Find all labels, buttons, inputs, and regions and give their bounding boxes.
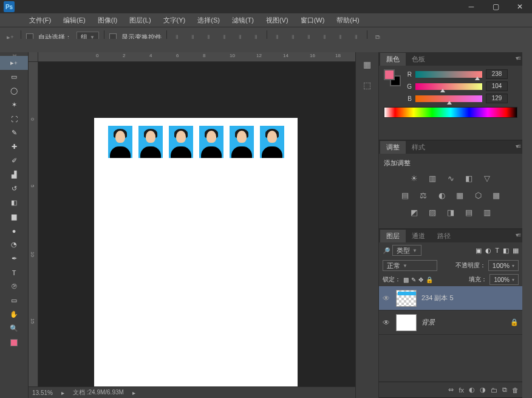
filter-adjust-icon[interactable]: ◐ <box>485 247 491 255</box>
fill-field[interactable]: 100% ▾ <box>489 274 519 285</box>
lock-transparency-icon[interactable]: ▩ <box>403 276 409 283</box>
menu-window[interactable]: 窗口(W) <box>296 15 330 26</box>
menu-edit[interactable]: 编辑(E) <box>58 15 90 26</box>
invert-adj-icon[interactable]: ◩ <box>408 207 420 218</box>
stamp-tool[interactable]: ▟ <box>0 168 28 182</box>
menu-image[interactable]: 图像(I) <box>93 15 122 26</box>
visibility-toggle-icon[interactable]: 👁 <box>383 318 391 327</box>
vibrance-adj-icon[interactable]: ▽ <box>481 173 493 184</box>
new-layer-icon[interactable]: ⧉ <box>502 386 507 394</box>
menu-help[interactable]: 帮助(H) <box>332 15 364 26</box>
eyedropper-tool[interactable]: ✎ <box>0 126 28 140</box>
filter-pixel-icon[interactable]: ▣ <box>476 247 482 255</box>
layer-item[interactable]: 👁 背景 🔒 <box>379 311 522 335</box>
layer-thumbnail[interactable] <box>396 290 417 307</box>
path-select-tool[interactable]: ⧁ <box>0 280 28 293</box>
gradient-tool[interactable]: ▆ <box>0 210 28 224</box>
shape-tool[interactable]: ▭ <box>0 293 28 307</box>
zoom-tool[interactable]: 🔍 <box>0 321 28 335</box>
lock-pixels-icon[interactable]: ✎ <box>411 276 416 283</box>
filter-type-dropdown[interactable]: 类型 ▼ <box>392 245 421 256</box>
layer-name[interactable]: 234 副本 5 <box>421 293 454 303</box>
menu-type[interactable]: 文字(Y) <box>159 15 191 26</box>
tab-adjustments[interactable]: 调整 <box>380 141 406 154</box>
layer-style-icon[interactable]: fx <box>459 386 464 394</box>
g-slider[interactable] <box>415 83 482 90</box>
menu-filter[interactable]: 滤镜(T) <box>227 15 259 26</box>
opacity-field[interactable]: 100% ▾ <box>488 260 519 271</box>
filter-type-icon[interactable]: T <box>495 247 499 255</box>
brightness-adj-icon[interactable]: ☀ <box>408 173 420 184</box>
menu-select[interactable]: 选择(S) <box>193 15 225 26</box>
foreground-color[interactable] <box>384 69 395 80</box>
posterize-adj-icon[interactable]: ▨ <box>426 207 438 218</box>
selective-color-adj-icon[interactable]: ▥ <box>481 207 493 218</box>
filter-smart-icon[interactable]: ▦ <box>513 247 519 255</box>
tab-layers[interactable]: 图层 <box>380 230 406 242</box>
marquee-tool[interactable]: ▭ <box>0 70 28 84</box>
fg-bg-swatches[interactable] <box>384 69 401 86</box>
new-adjustment-icon[interactable]: ◑ <box>480 386 486 394</box>
heal-tool[interactable]: ✚ <box>0 140 28 154</box>
layer-mask-icon[interactable]: ◐ <box>469 386 475 394</box>
blend-mode-dropdown[interactable]: 正常 ▼ <box>383 260 437 271</box>
curves-adj-icon[interactable]: ∿ <box>445 173 457 184</box>
eraser-tool[interactable]: ◧ <box>0 196 28 210</box>
menu-view[interactable]: 视图(V) <box>261 15 293 26</box>
status-arrow-icon[interactable]: ▸ <box>61 389 64 396</box>
brush-tool[interactable]: ✐ <box>0 154 28 168</box>
gradient-map-adj-icon[interactable]: ▤ <box>463 207 475 218</box>
pen-tool[interactable]: ✒ <box>0 252 28 266</box>
blur-tool[interactable]: ● <box>0 224 28 238</box>
b-slider[interactable] <box>415 95 482 102</box>
delete-layer-icon[interactable]: 🗑 <box>512 386 519 394</box>
lock-all-icon[interactable]: 🔒 <box>426 276 433 283</box>
minimize-button[interactable]: ─ <box>459 0 483 13</box>
layer-item[interactable]: 👁 234 副本 5 <box>379 286 522 311</box>
channel-mixer-adj-icon[interactable]: ⬡ <box>472 190 484 201</box>
new-group-icon[interactable]: 🗀 <box>491 386 497 394</box>
hand-tool[interactable]: ✋ <box>0 307 28 321</box>
close-button[interactable]: ✕ <box>508 0 532 13</box>
maximize-button[interactable]: ▢ <box>483 0 508 13</box>
vertical-ruler[interactable]: 0 5 10 15 <box>29 62 38 398</box>
history-brush-tool[interactable]: ↺ <box>0 182 28 196</box>
tab-color[interactable]: 颜色 <box>380 53 406 66</box>
threshold-adj-icon[interactable]: ◨ <box>445 207 457 218</box>
horizontal-ruler[interactable]: 0 2 4 6 8 10 12 14 16 18 <box>29 52 355 62</box>
r-value-field[interactable]: 238 <box>486 69 508 79</box>
levels-adj-icon[interactable]: ▥ <box>426 173 438 184</box>
magic-wand-tool[interactable]: ✶ <box>0 98 28 112</box>
layer-name[interactable]: 背景 <box>421 318 435 327</box>
tab-styles[interactable]: 样式 <box>406 141 431 154</box>
photo-filter-adj-icon[interactable]: ▦ <box>454 190 466 201</box>
tab-channels[interactable]: 通道 <box>406 230 431 242</box>
menu-file[interactable]: 文件(F) <box>24 15 56 26</box>
search-icon[interactable]: 🔎 <box>383 247 390 254</box>
b-value-field[interactable]: 129 <box>486 94 508 103</box>
color-balance-adj-icon[interactable]: ⚖ <box>417 190 429 201</box>
document-canvas[interactable] <box>94 118 298 398</box>
tab-swatches[interactable]: 色板 <box>406 53 431 66</box>
spectrum-ramp[interactable] <box>384 107 517 118</box>
bw-adj-icon[interactable]: ◐ <box>435 190 448 201</box>
menu-layer[interactable]: 图层(L) <box>124 15 155 26</box>
histogram-icon[interactable]: ▦ <box>360 57 375 72</box>
tab-paths[interactable]: 路径 <box>431 230 457 242</box>
crop-tool[interactable]: ⛶ <box>0 112 28 126</box>
move-tool[interactable]: ▸+ <box>0 56 28 70</box>
dodge-tool[interactable]: ◔ <box>0 238 28 252</box>
link-layers-icon[interactable]: ⇔ <box>448 386 454 394</box>
type-tool[interactable]: T <box>0 266 28 280</box>
foreground-swatch[interactable] <box>0 335 28 349</box>
panel-menu-icon[interactable]: ▾≡ <box>516 232 520 238</box>
status-arrow-icon[interactable]: ▸ <box>132 389 135 396</box>
hue-adj-icon[interactable]: ▤ <box>399 190 411 201</box>
color-lookup-adj-icon[interactable]: ▦ <box>490 190 502 201</box>
g-value-field[interactable]: 104 <box>486 81 508 91</box>
panel-menu-icon[interactable]: ▾≡ <box>516 143 520 149</box>
ruler-origin[interactable] <box>29 52 38 62</box>
exposure-adj-icon[interactable]: ◧ <box>463 173 475 184</box>
dock-3d-icon[interactable]: ⬚ <box>360 78 375 92</box>
lasso-tool[interactable]: ◯ <box>0 84 28 98</box>
